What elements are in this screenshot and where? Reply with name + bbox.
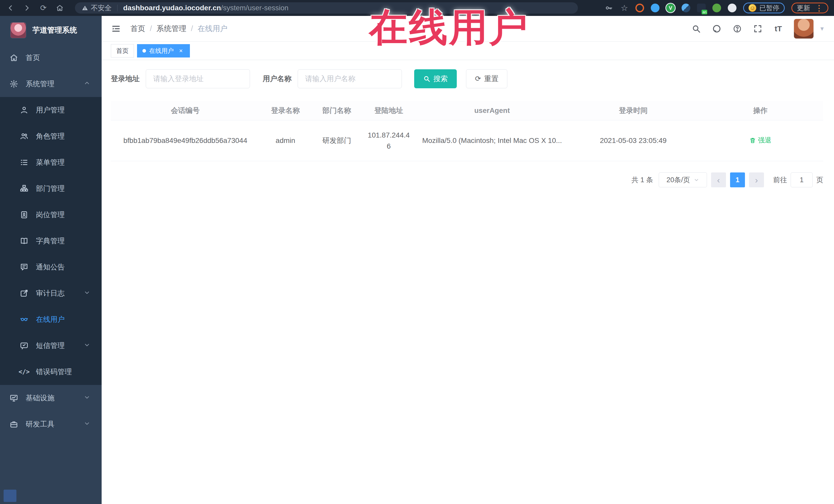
sidebar-item-label: 在线用户	[36, 314, 65, 324]
tab-home[interactable]: 首页	[111, 44, 134, 58]
fullscreen-icon[interactable]	[753, 24, 763, 34]
page-size-select[interactable]: 20条/页	[659, 172, 707, 187]
chevron-down-icon	[84, 289, 90, 298]
sidebar-item-infrastructure[interactable]: 基础设施	[0, 385, 102, 411]
sidebar-item-role-management[interactable]: 角色管理	[0, 123, 102, 149]
extension-icon-blue-half[interactable]	[682, 4, 690, 12]
bookmark-star-icon[interactable]: ☆	[620, 4, 629, 12]
sidebar-logo[interactable]: 芋道管理系统	[0, 16, 102, 45]
page-content: 登录地址 用户名称 搜索 ⟳ 重置 会话编号	[102, 60, 834, 504]
sidebar-item-online-users[interactable]: 在线用户	[0, 306, 102, 333]
sidebar-item-dept-management[interactable]: 部门管理	[0, 176, 102, 202]
force-logout-label: 强退	[758, 136, 771, 145]
prev-page-button[interactable]: ‹	[711, 172, 726, 187]
reset-button-label: 重置	[484, 74, 498, 84]
user-icon	[19, 105, 29, 115]
username-input[interactable]	[298, 69, 402, 88]
extension-icon-green[interactable]	[712, 4, 721, 12]
home-nav-icon[interactable]	[55, 3, 65, 13]
sidebar-item-label: 通知公告	[36, 262, 65, 272]
sidebar-item-label: 用户管理	[36, 105, 65, 115]
sidebar: 芋道管理系统 首页 系统管理 用户管理 角色管理 菜单管	[0, 16, 102, 504]
users-icon	[19, 131, 29, 141]
help-icon[interactable]	[732, 24, 742, 34]
sidebar-item-home[interactable]: 首页	[0, 45, 102, 71]
url-divider	[117, 5, 117, 11]
sidebar-item-post-management[interactable]: 岗位管理	[0, 202, 102, 228]
emoji-icon: ☺	[749, 4, 756, 12]
table-row: bfbb1ab79ba849e49fb26ddb56a73044 admin 研…	[111, 120, 823, 161]
search-button[interactable]: 搜索	[414, 69, 457, 88]
chevron-up-icon	[84, 80, 90, 88]
sidebar-item-notice[interactable]: 通知公告	[0, 254, 102, 280]
force-logout-link[interactable]: 强退	[749, 136, 771, 145]
key-icon[interactable]	[605, 4, 613, 12]
extension-icon-an-badge[interactable]	[697, 4, 706, 12]
login-address-input[interactable]	[146, 69, 250, 88]
tab-online-users[interactable]: 在线用户 ×	[137, 44, 190, 58]
breadcrumb-current: 在线用户	[198, 24, 227, 34]
next-page-button[interactable]: ›	[749, 172, 764, 187]
page-unit-label: 页	[816, 175, 823, 184]
sidebar-item-user-management[interactable]: 用户管理	[0, 97, 102, 123]
monitor-icon	[9, 393, 19, 403]
sidebar-item-sms-management[interactable]: 短信管理	[0, 333, 102, 359]
back-icon[interactable]	[6, 3, 15, 13]
book-icon	[19, 236, 29, 246]
sidebar-item-label: 错误码管理	[36, 367, 72, 377]
sidebar-item-dict-management[interactable]: 字典管理	[0, 228, 102, 254]
app-title: 芋道管理系统	[32, 25, 77, 36]
font-size-icon[interactable]: tT	[773, 24, 784, 34]
warning-icon	[82, 5, 88, 11]
col-session-id: 会话编号	[111, 101, 260, 120]
cell-dept: 研发部门	[311, 120, 363, 161]
close-icon[interactable]: ×	[177, 47, 184, 54]
sidebar-item-label: 首页	[26, 53, 40, 63]
sessions-table: 会话编号 登录名称 部门名称 登陆地址 userAgent 登录时间 操作 bf…	[111, 101, 823, 161]
table-header-row: 会话编号 登录名称 部门名称 登陆地址 userAgent 登录时间 操作	[111, 101, 823, 120]
col-username: 登录名称	[260, 101, 311, 120]
url-path: /system/user-session	[221, 4, 288, 12]
extension-icon-green-v[interactable]: V	[666, 4, 675, 12]
cell-session-id: bfbb1ab79ba849e49fb26ddb56a73044	[111, 120, 260, 161]
sidebar-item-audit-log[interactable]: 审计日志	[0, 280, 102, 306]
cell-ip: 101.87.244.46	[363, 120, 415, 161]
annotation-online-users: 在线用户	[369, 2, 529, 54]
reset-button[interactable]: ⟳ 重置	[466, 69, 507, 88]
logo-avatar	[10, 22, 26, 38]
sidebar-item-label: 系统管理	[26, 79, 54, 89]
sidebar-item-menu-management[interactable]: 菜单管理	[0, 149, 102, 176]
dashboard-icon	[9, 52, 19, 63]
hamburger-icon[interactable]	[110, 23, 122, 35]
extensions-puzzle-icon[interactable]	[728, 4, 737, 12]
avatar[interactable]	[794, 19, 814, 39]
caret-down-icon[interactable]: ▾	[820, 25, 824, 32]
breadcrumb-system[interactable]: 系统管理	[156, 24, 186, 34]
paused-extension-badge[interactable]: ☺ 已暂停	[743, 3, 785, 13]
username-label: 用户名称	[263, 74, 291, 84]
list-icon	[19, 157, 29, 168]
breadcrumb-home[interactable]: 首页	[130, 24, 145, 34]
sidebar-item-dev-tools[interactable]: 研发工具	[0, 411, 102, 437]
goto-page-input[interactable]	[791, 172, 813, 187]
chrome-menu-icon[interactable]: ⋮	[815, 4, 823, 13]
search-icon[interactable]	[691, 24, 701, 34]
col-user-agent: userAgent	[415, 101, 569, 120]
forward-icon[interactable]	[22, 3, 32, 13]
github-icon[interactable]	[711, 24, 722, 34]
org-tree-icon	[19, 183, 29, 194]
current-page[interactable]: 1	[730, 172, 745, 187]
toolbox-icon	[9, 419, 19, 429]
sidebar-item-error-code[interactable]: </> 错误码管理	[0, 359, 102, 385]
tab-label: 在线用户	[149, 47, 174, 55]
login-address-label: 登录地址	[111, 74, 139, 84]
sidebar-item-system-management[interactable]: 系统管理	[0, 71, 102, 97]
active-dot-icon	[142, 49, 146, 52]
cell-user-agent: Mozilla/5.0 (Macintosh; Intel Mac OS X 1…	[415, 120, 569, 161]
update-button[interactable]: 更新 ⋮	[791, 3, 828, 13]
reload-icon[interactable]: ⟳	[39, 3, 48, 13]
col-ip: 登陆地址	[363, 101, 415, 120]
extension-icon-orange[interactable]	[635, 4, 644, 12]
refresh-icon: ⟳	[475, 75, 481, 82]
extension-icon-blue-drop[interactable]	[651, 4, 659, 12]
